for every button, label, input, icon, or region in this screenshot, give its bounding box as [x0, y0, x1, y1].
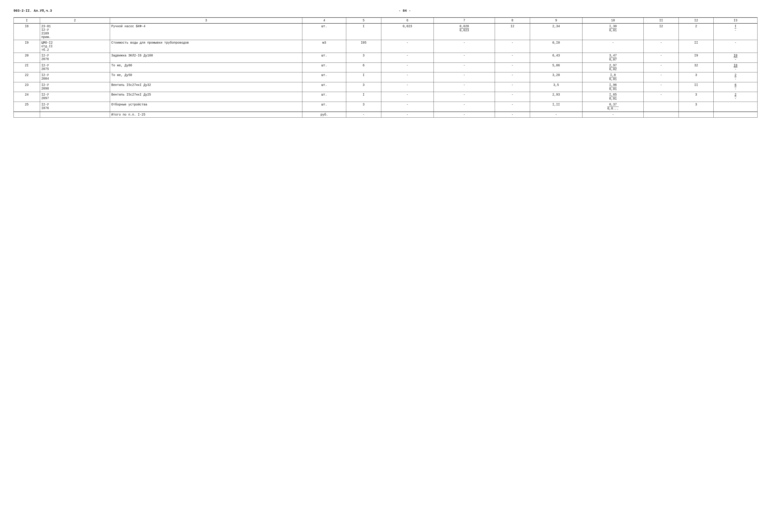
row-22-col13: 2 -	[714, 72, 758, 82]
row-20-col12: I9	[679, 53, 714, 63]
col-header-8: 8	[495, 18, 530, 23]
fraction-23-13: 6 -	[735, 83, 736, 91]
row-23-col10: I,96 0,01	[583, 82, 644, 92]
total-col11	[644, 112, 679, 118]
col-header-4: 4	[302, 18, 346, 23]
row-25-col3: Отборные устройства	[110, 102, 302, 112]
row-21-col9: 5,86	[530, 63, 582, 72]
row-24-col8: -	[495, 92, 530, 102]
table-header-row: I 2 3 4 5 6 7 8 9 10 II I2 I3	[14, 18, 758, 23]
row-18-col2: 23-01 I2-У 2189 прим.	[40, 23, 110, 40]
row-24-col3: Вентиль I5с27нкI Ду25	[110, 92, 302, 102]
row-20-col13: I0 -	[714, 53, 758, 63]
row-23-col1: 23	[14, 82, 40, 92]
row-25-col5: 3	[346, 102, 381, 112]
row-25-col12: 3	[679, 102, 714, 112]
row-24-col10: I,65 0,01	[583, 92, 644, 102]
fraction-22-10: I,8 0,01	[609, 73, 617, 81]
fraction-18-7: 0,028 0,023	[460, 25, 469, 32]
row-22-col1: 22	[14, 72, 40, 82]
row-20-col5: 3	[346, 53, 381, 63]
row-22-col2: I2-У 2084	[40, 72, 110, 82]
row-24-col2: I2-У 2097	[40, 92, 110, 102]
col-header-9: 9	[530, 18, 582, 23]
row-19-col9: 0,I0	[530, 40, 582, 53]
row-19-col11: -	[644, 40, 679, 53]
row-18-col6: 0,023	[381, 23, 434, 40]
row-25-col1: 25	[14, 102, 40, 112]
row-20-col1: 20	[14, 53, 40, 63]
row-20-col8: -	[495, 53, 530, 63]
row-21-col3: То же, Ду80	[110, 63, 302, 72]
row-25-col10: 0,37 0,0...	[583, 102, 644, 112]
col-header-10: 10	[583, 18, 644, 23]
row-22-col3: То же, Ду50	[110, 72, 302, 82]
total-col10: -	[583, 112, 644, 118]
row-20-col2: I2-У 2076	[40, 53, 110, 63]
row-20-col4: шт.	[302, 53, 346, 63]
table-row: 22 I2-У 2084 То же, Ду50 шт. I - - - 3,2…	[14, 72, 758, 82]
row-19-col4: м3	[302, 40, 346, 53]
row-23-col7: -	[434, 82, 495, 92]
row-24-col5: I	[346, 92, 381, 102]
row-20-col3: Задвижка ЗКЛ2-I6 Ду100	[110, 53, 302, 63]
row-24-col7: -	[434, 92, 495, 102]
total-col8: -	[495, 112, 530, 118]
row-24-col11: -	[644, 92, 679, 102]
row-21-col2: I2-У 2075	[40, 63, 110, 72]
total-col7: -	[434, 112, 495, 118]
row-19-col3: Стоимость воды для промывки трубопроводо…	[110, 40, 302, 53]
row-18-col10: I,30 0,01	[583, 23, 644, 40]
row-18-col7: 0,028 0,023	[434, 23, 495, 40]
col-header-5: 5	[346, 18, 381, 23]
row-24-col6: -	[381, 92, 434, 102]
row-25-col6: -	[381, 102, 434, 112]
row-24-col1: 24	[14, 92, 40, 102]
row-18-col9: 2,34	[530, 23, 582, 40]
row-21-col6: -	[381, 63, 434, 72]
main-table: I 2 3 4 5 6 7 8 9 10 II I2 I3 I8 23-01 I…	[13, 17, 758, 118]
fraction-23-10: I,96 0,01	[609, 83, 617, 91]
total-col1	[14, 112, 40, 118]
row-25-col9: I,II	[530, 102, 582, 112]
row-23-col3: Вентиль I5с27нкI Ду32	[110, 82, 302, 92]
fraction-21-13: I8 -	[734, 64, 737, 72]
page-header: 903-2-II. Ал.УП,ч.3 - 84 -	[13, 9, 758, 13]
col-header-6: 6	[381, 18, 434, 23]
row-24-col13: 2 -	[714, 92, 758, 102]
row-19-col8: -	[495, 40, 530, 53]
row-23-col13: 6 -	[714, 82, 758, 92]
header-left: 903-2-II. Ал.УП,ч.3	[13, 9, 52, 13]
row-24-col12: 3	[679, 92, 714, 102]
row-20-col6: -	[381, 53, 434, 63]
row-21-col7: -	[434, 63, 495, 72]
row-19-col1: I9	[14, 40, 40, 53]
fraction-24-13: 2 -	[735, 93, 736, 101]
fraction-25-10: 0,37 0,0...	[607, 103, 619, 111]
row-22-col9: 3,28	[530, 72, 582, 82]
row-21-col1: 2I	[14, 63, 40, 72]
row-22-col4: шт.	[302, 72, 346, 82]
row-25-col7: -	[434, 102, 495, 112]
row-20-col7: -	[434, 53, 495, 63]
fraction-22-13: 2 -	[735, 73, 736, 81]
row-19-col13: -	[714, 40, 758, 53]
total-col4: руб.	[302, 112, 346, 118]
col-header-7: 7	[434, 18, 495, 23]
row-18-col1: I8	[14, 23, 40, 40]
fraction-20-13: I0 -	[734, 54, 737, 62]
row-23-col4: шт.	[302, 82, 346, 92]
total-col5: -	[346, 112, 381, 118]
row-19-col10: -	[583, 40, 644, 53]
row-21-col5: 6	[346, 63, 381, 72]
row-23-col9: 3,5	[530, 82, 582, 92]
row-25-col2: I2-У I876	[40, 102, 110, 112]
table-row: 23 I2-У 2098 Вентиль I5с27нкI Ду32 шт. 3…	[14, 82, 758, 92]
row-24-col4: шт.	[302, 92, 346, 102]
row-21-col13: I8 -	[714, 63, 758, 72]
row-23-col8: -	[495, 82, 530, 92]
row-21-col8: -	[495, 63, 530, 72]
row-21-col11: -	[644, 63, 679, 72]
col-header-3: 3	[110, 18, 302, 23]
table-row: 2I I2-У 2075 То же, Ду80 шт. 6 - - - 5,8…	[14, 63, 758, 72]
